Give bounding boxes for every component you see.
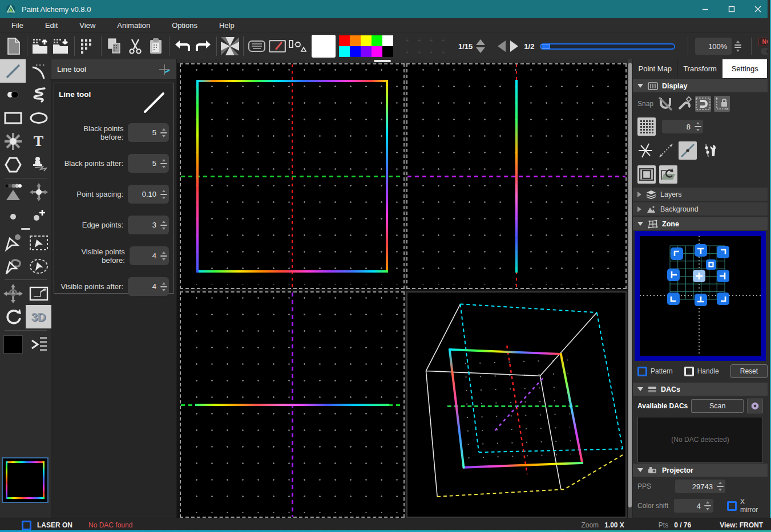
- tool-stamp[interactable]: [26, 153, 51, 176]
- zone-handles[interactable]: [667, 244, 729, 306]
- palette-color-yellow[interactable]: [361, 35, 372, 46]
- black-points-after-input[interactable]: 5: [128, 154, 169, 173]
- menu-animation[interactable]: Animation: [109, 19, 158, 32]
- tab-point-map[interactable]: Point Map: [633, 59, 678, 78]
- palette-color-cyan[interactable]: [339, 46, 350, 57]
- tool-arc[interactable]: [26, 59, 51, 83]
- frame-down-icon[interactable]: [476, 47, 485, 53]
- snap-grid-button[interactable]: [695, 96, 711, 112]
- snap-off-button[interactable]: [657, 96, 673, 112]
- edge-points-input[interactable]: 3: [128, 216, 169, 234]
- show-frame-button[interactable]: [637, 165, 656, 184]
- color-shift-input[interactable]: 4: [674, 499, 713, 513]
- frame-spinner[interactable]: [476, 39, 485, 53]
- save-file-button[interactable]: [51, 35, 71, 57]
- palette-color-white[interactable]: [382, 35, 393, 46]
- tool-move-shape[interactable]: [0, 282, 26, 305]
- frame-up-icon[interactable]: [476, 39, 485, 45]
- tool-palette-divider-handle[interactable]: [21, 228, 30, 230]
- point-spacing-input[interactable]: 0.10: [128, 185, 169, 204]
- dacs-section-header[interactable]: DACs: [633, 383, 768, 396]
- palette-color-green[interactable]: [372, 35, 382, 46]
- menu-file[interactable]: File: [3, 19, 31, 32]
- tool-rectangle[interactable]: [0, 106, 26, 129]
- undo-button[interactable]: [172, 35, 193, 57]
- menu-options[interactable]: Options: [164, 19, 205, 32]
- tool-arrange-list[interactable]: [26, 332, 51, 356]
- display-section-header[interactable]: Display: [633, 79, 768, 93]
- canvas-vscrollbar[interactable]: [628, 59, 632, 518]
- minimize-button[interactable]: [692, 0, 718, 18]
- tool-burst[interactable]: [0, 129, 26, 153]
- custom-slot[interactable]: +: [425, 46, 437, 58]
- tool-point-pair[interactable]: [0, 83, 26, 106]
- prev-frame-button[interactable]: [498, 40, 506, 52]
- frame-preview-thumbnail[interactable]: [2, 457, 49, 503]
- reset-button[interactable]: Reset: [730, 364, 768, 378]
- open-file-button[interactable]: [30, 35, 51, 57]
- zone-section-header[interactable]: Zone: [633, 217, 768, 231]
- spinner-arrows-icon[interactable]: [160, 159, 169, 168]
- pps-input[interactable]: 29743: [675, 480, 725, 493]
- line-preview-button[interactable]: [679, 141, 697, 160]
- grid-toggle-button[interactable]: [637, 117, 656, 136]
- zoom-spinner[interactable]: [734, 40, 743, 52]
- tool-select-ellipse[interactable]: [26, 254, 51, 278]
- redo-button[interactable]: [193, 35, 213, 57]
- maximize-button[interactable]: [718, 0, 745, 18]
- effects-pinwheel-button[interactable]: [220, 35, 240, 57]
- viewport-top[interactable]: [180, 291, 405, 518]
- background-section-header[interactable]: Background: [633, 202, 768, 216]
- handle-checkbox[interactable]: [684, 367, 694, 376]
- current-color-swatch[interactable]: [312, 35, 336, 58]
- palette-color-red[interactable]: [339, 35, 350, 46]
- palette-color-black[interactable]: [382, 46, 393, 57]
- tool-ellipse[interactable]: [26, 106, 51, 129]
- shape-primitives-button[interactable]: [288, 35, 308, 57]
- custom-slot[interactable]: +: [401, 34, 413, 46]
- custom-slot[interactable]: +: [413, 46, 425, 58]
- spinner-arrows-icon[interactable]: [160, 128, 169, 137]
- palette-color-purple[interactable]: [361, 46, 372, 57]
- spinner-arrows-icon[interactable]: [160, 221, 169, 230]
- laser-on-checkbox[interactable]: [22, 521, 31, 530]
- point-grid-button[interactable]: [78, 35, 98, 57]
- menu-view[interactable]: View: [71, 19, 103, 32]
- visible-points-before-input[interactable]: 4: [130, 246, 169, 265]
- tablet-draw-button[interactable]: [267, 35, 288, 57]
- palette-color-orange[interactable]: [350, 35, 361, 46]
- tool-scale[interactable]: [26, 282, 51, 305]
- layers-section-header[interactable]: Layers: [633, 188, 768, 201]
- paste-button[interactable]: [146, 35, 166, 57]
- point-path-button[interactable]: [658, 143, 674, 159]
- reload-folder-button[interactable]: [659, 165, 677, 184]
- custom-slot[interactable]: +: [425, 34, 437, 46]
- spinner-arrows-icon[interactable]: [160, 251, 169, 261]
- dac-settings-button[interactable]: [747, 399, 763, 413]
- spinner-arrows-icon[interactable]: [694, 122, 703, 131]
- timeline-slider[interactable]: [540, 43, 675, 50]
- viewport-front[interactable]: [180, 63, 405, 289]
- tool-select-point[interactable]: [0, 231, 26, 254]
- grid-size-input[interactable]: 8: [662, 120, 703, 133]
- point-settings-button[interactable]: [701, 143, 717, 159]
- x-mirror-checkbox[interactable]: [727, 501, 737, 511]
- pin-tool-icon[interactable]: [158, 63, 171, 76]
- spinner-arrows-icon[interactable]: [716, 482, 725, 491]
- zoom-input[interactable]: 100%: [695, 38, 732, 55]
- scan-button[interactable]: Scan: [691, 399, 744, 413]
- tool-move-points[interactable]: [26, 180, 51, 204]
- palette-color-magenta[interactable]: [372, 46, 382, 57]
- tool-polygon[interactable]: [0, 153, 26, 176]
- timeline-slider-handle[interactable]: [542, 44, 550, 49]
- spinner-arrows-icon[interactable]: [160, 282, 169, 291]
- next-frame-button[interactable]: [510, 40, 518, 52]
- tab-settings[interactable]: Settings: [722, 59, 768, 78]
- tool-3d[interactable]: 3D: [26, 305, 51, 328]
- tool-rotate[interactable]: [0, 305, 26, 328]
- canvas-hscrollbar[interactable]: [177, 59, 628, 63]
- tool-point[interactable]: [0, 204, 26, 227]
- tool-add-point[interactable]: [26, 204, 51, 227]
- tool-freehand[interactable]: [26, 83, 51, 106]
- spinner-arrows-icon[interactable]: [704, 501, 713, 510]
